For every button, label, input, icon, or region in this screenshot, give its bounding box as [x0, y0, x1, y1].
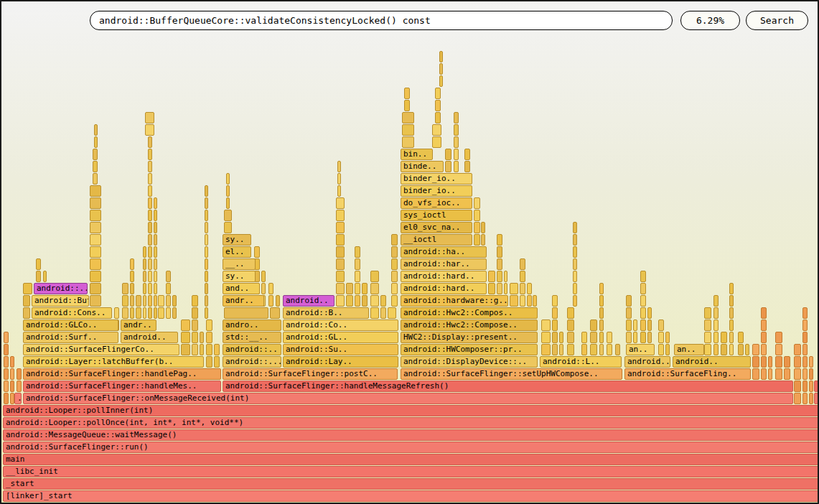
flame-frame-small[interactable]: [154, 234, 157, 246]
flame-frame-small[interactable]: [510, 283, 518, 294]
flame-frame-small[interactable]: [647, 332, 652, 343]
flame-frame-small[interactable]: [90, 234, 101, 246]
flame-frame[interactable]: android::Su..: [283, 344, 398, 355]
flame-frame-small[interactable]: [154, 197, 157, 209]
flame-frame-small[interactable]: [814, 381, 818, 392]
flame-frame-small[interactable]: [391, 258, 398, 270]
flame-frame-small[interactable]: [93, 161, 98, 172]
flame-frame-small[interactable]: [224, 222, 232, 233]
flame-frame-small[interactable]: [158, 307, 164, 319]
flame-frame[interactable]: android::har..: [401, 258, 487, 270]
flame-frame-small[interactable]: [814, 393, 818, 404]
flame-frame[interactable]: android::SurfaceFlinger::postC..: [223, 368, 398, 380]
flame-frame-small[interactable]: [775, 368, 782, 380]
flame-frame-small[interactable]: [181, 332, 190, 343]
flame-frame-small[interactable]: [226, 185, 230, 197]
flame-frame-small[interactable]: [794, 368, 801, 380]
flame-frame[interactable]: android::..: [223, 344, 281, 355]
flame-frame-small[interactable]: [439, 63, 443, 75]
flame-frame-small[interactable]: [337, 161, 341, 172]
flame-frame-small[interactable]: [214, 356, 220, 368]
flame-frame-small[interactable]: [143, 246, 146, 258]
flame-frame[interactable]: android::hardware::g..: [401, 295, 508, 307]
flame-frame[interactable]: andr..: [121, 319, 156, 331]
flame-frame[interactable]: android::Layer::latchBuffer(b..: [23, 356, 204, 368]
flame-frame-small[interactable]: [17, 381, 22, 392]
flame-frame[interactable]: android::Looper::pollInner(int): [3, 405, 819, 416]
flame-frame-small[interactable]: [391, 295, 398, 307]
flame-frame-small[interactable]: [402, 112, 414, 123]
flame-frame-small[interactable]: [224, 210, 232, 221]
flame-frame-small[interactable]: [148, 136, 152, 148]
flame-frame-small[interactable]: [738, 344, 744, 355]
flame-frame-small[interactable]: [154, 307, 157, 319]
flame-frame-small[interactable]: [665, 344, 670, 355]
flame-frame[interactable]: __..: [223, 258, 256, 270]
flame-frame-small[interactable]: [380, 307, 386, 319]
flame-frame-small[interactable]: [454, 149, 459, 160]
flame-frame[interactable]: android::SurfaceFlinger::handleMes..: [23, 381, 221, 392]
flame-frame-small[interactable]: [206, 319, 212, 331]
flame-frame-small[interactable]: [713, 344, 719, 355]
flame-frame-small[interactable]: [520, 295, 525, 307]
flame-frame[interactable]: android::SurfaceFlinger::run(): [3, 442, 819, 453]
flame-frame-small[interactable]: [497, 283, 502, 294]
flame-frame-small[interactable]: [497, 258, 502, 270]
flame-frame-small[interactable]: [713, 319, 719, 331]
flame-frame-small[interactable]: [93, 149, 98, 160]
flame-frame-small[interactable]: [226, 173, 230, 185]
flame-frame-small[interactable]: [552, 344, 558, 355]
flame-frame-small[interactable]: [488, 271, 495, 282]
flame-frame-small[interactable]: [567, 307, 574, 319]
flame-frame-small[interactable]: [181, 344, 190, 355]
flame-frame-small[interactable]: [181, 319, 190, 331]
flame-frame-small[interactable]: [336, 258, 345, 270]
flame-frame-small[interactable]: [355, 258, 360, 270]
flame-frame-small[interactable]: [573, 222, 577, 233]
flame-frame-small[interactable]: [527, 295, 532, 307]
flame-frame[interactable]: binder_io..: [401, 173, 472, 185]
flame-frame-small[interactable]: [658, 332, 664, 343]
flame-frame-small[interactable]: [745, 344, 749, 355]
flame-frame-small[interactable]: [148, 271, 152, 282]
flame-frame-small[interactable]: [445, 149, 451, 160]
flame-frame-small[interactable]: [802, 381, 808, 392]
flame-frame-small[interactable]: [474, 222, 480, 233]
flame-frame-small[interactable]: [206, 356, 212, 368]
flame-frame[interactable]: sy..: [223, 234, 251, 246]
flame-frame-small[interactable]: [402, 136, 414, 148]
flame-frame-small[interactable]: [704, 332, 711, 343]
flame-frame-small[interactable]: [474, 210, 480, 221]
flame-frame-small[interactable]: [130, 307, 134, 319]
flame-frame[interactable]: android::SurfaceFlingerCo..: [23, 344, 179, 355]
flame-frame-small[interactable]: [130, 295, 134, 307]
flame-frame-small[interactable]: [729, 332, 734, 343]
flame-frame-small[interactable]: [445, 161, 451, 172]
flame-frame[interactable]: bin..: [401, 149, 433, 160]
flame-frame-small[interactable]: [809, 368, 813, 380]
flame-frame-small[interactable]: [626, 307, 632, 319]
flame-frame-small[interactable]: [435, 112, 441, 123]
flame-frame-small[interactable]: [336, 295, 345, 307]
flame-frame-small[interactable]: [761, 332, 767, 343]
flame-frame-small[interactable]: [148, 295, 152, 307]
flame-frame[interactable]: android::HWComposer::pr..: [401, 344, 538, 355]
flame-frame[interactable]: android::Cons..: [32, 307, 112, 319]
flame-frame-small[interactable]: [552, 332, 558, 343]
flame-frame-small[interactable]: [794, 344, 801, 355]
flame-frame-small[interactable]: [738, 332, 744, 343]
flame-frame-small[interactable]: [510, 295, 518, 307]
flame-frame-small[interactable]: [454, 136, 459, 148]
flame-frame-small[interactable]: [4, 381, 9, 392]
flame-frame[interactable]: sys_ioctl: [401, 210, 472, 221]
flame-frame-small[interactable]: [590, 319, 597, 331]
flame-frame-small[interactable]: [784, 356, 790, 368]
flame-frame-small[interactable]: [640, 307, 646, 319]
flame-frame-small[interactable]: [206, 332, 212, 343]
flame-frame-small[interactable]: [206, 344, 212, 355]
flame-frame-small[interactable]: [640, 332, 646, 343]
flame-frame-small[interactable]: [761, 344, 767, 355]
flame-frame-small[interactable]: [439, 51, 443, 62]
flame-frame-small[interactable]: [4, 368, 9, 380]
flame-frame-small[interactable]: [154, 295, 157, 307]
